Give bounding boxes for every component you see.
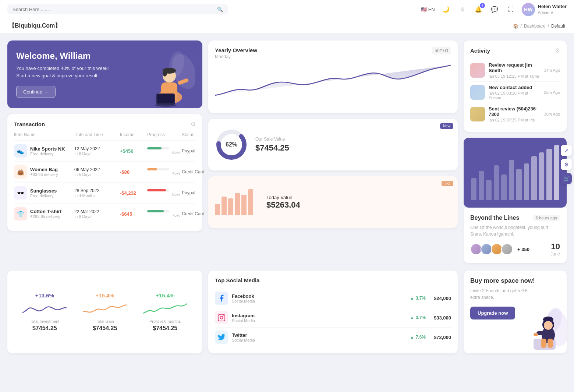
col-item-name: Item Name (14, 132, 73, 137)
big-chart-section: ⤢ ⚙ 🛒 Beyond the Lines 6 hours ago One O… (464, 138, 567, 263)
svg-rect-20 (541, 339, 546, 348)
facebook-icon (215, 292, 228, 305)
date-month: June (550, 251, 560, 257)
svg-rect-13 (218, 314, 225, 321)
subheader: 【Biqubiqu.Com】 🏠 / Dashboard / Default (0, 19, 574, 33)
svg-point-14 (220, 316, 223, 319)
social-row-twitter: Twitter Social Media ▲ 7.6% $72,000 (215, 328, 451, 347)
svg-rect-21 (548, 339, 553, 348)
breadcrumb-current: Default (551, 24, 565, 29)
stat-value-gain: $7454.25 (75, 325, 135, 332)
stat-value-profit: $7454.25 (135, 325, 195, 332)
activity-item-title: Sent review (504)236-7302 (489, 106, 541, 117)
chart-action-2[interactable]: ⚙ (561, 159, 572, 170)
stat-pct-profit: +15.4% (135, 292, 195, 299)
twitter-icon (215, 331, 228, 344)
lang-label: EN (428, 7, 435, 12)
col-date: Date and Time (74, 132, 118, 137)
item-icon: 🕶️ (14, 186, 27, 199)
stats-card: +13.6% Total Investment $7454.25 +15.4% … (7, 271, 202, 353)
yearly-progress: 50/100 (432, 47, 451, 54)
activity-item-sub: jan 02 19 03:10 PM at Fresno (489, 91, 541, 100)
activity-item-title: New contact added (489, 85, 541, 90)
buy-desc: Invite 2 Friends and get 5 GB extra spac… (470, 287, 536, 301)
left-column: Welcome, William You have completed 40% … (7, 40, 202, 263)
mid-column: Yearly Overview Monday 50/100 (208, 40, 458, 263)
svg-point-6 (163, 69, 167, 77)
transaction-settings-icon[interactable]: ⚙ (191, 121, 196, 128)
avatar-4 (501, 243, 513, 255)
table-row: 👕 Cotton T-shirt₹283.65 delivery 22 Mar … (14, 204, 196, 224)
item-name: Nike Sports NK (30, 146, 65, 152)
svg-rect-28 (534, 333, 538, 336)
right-column: Activity ⚙ Review request jim Smith jan … (464, 40, 567, 263)
welcome-subtitle: You have completed 40% of your this week… (16, 65, 112, 79)
flag-icon: 🇺🇸 (421, 7, 427, 12)
avatars-row: + 350 10 June (470, 242, 560, 257)
activity-item-sub: jan 03 19 12:25 PM at Tame (489, 74, 541, 78)
yearly-overview-card: Yearly Overview Monday 50/100 (208, 40, 458, 113)
stat-value-investment: $7454.25 (15, 325, 75, 332)
buy-illustration (522, 302, 567, 353)
activity-item: New contact added jan 02 19 03:10 PM at … (470, 82, 560, 103)
activity-settings-icon[interactable]: ⚙ (555, 47, 560, 54)
new-badge: New (440, 123, 453, 129)
welcome-illustration (136, 49, 195, 108)
language-selector[interactable]: 🇺🇸 EN (421, 7, 435, 12)
chart-action-1[interactable]: ⤢ (561, 145, 572, 156)
social-row-facebook: Facebook Social Media ▲ 3.7% $24,000 (215, 289, 451, 308)
expand-icon[interactable]: ⛶ (506, 4, 516, 15)
activity-title: Activity (470, 47, 490, 54)
user-name: Helen Walter (538, 4, 567, 10)
instagram-icon (215, 311, 228, 324)
user-menu[interactable]: HW Helen Walter Admin ∨ (522, 3, 567, 16)
svg-rect-9 (157, 94, 174, 103)
hot-badge: Hot (442, 181, 453, 186)
table-row: 👟 Nike Sports NKFree delivery 12 May 202… (14, 141, 196, 162)
notification-badge: 4 (480, 3, 485, 8)
svg-point-26 (544, 321, 553, 330)
beyond-desc: One Of the world,s brightest, young surf… (470, 224, 560, 237)
social-media-card: Top Social Media Facebook Social Media ▲… (208, 271, 458, 353)
search-bar[interactable]: 🔍 (7, 4, 228, 14)
dark-mode-toggle[interactable]: 🌙 (441, 4, 451, 15)
continue-button[interactable]: Continue → (16, 86, 56, 98)
activity-time: 30m Ago (544, 112, 560, 116)
item-icon: 👜 (14, 165, 27, 179)
bookmark-icon[interactable]: ☆ (457, 4, 467, 15)
notifications-icon[interactable]: 🔔 4 (473, 4, 483, 15)
donut-chart: 62% (215, 128, 248, 161)
svg-point-15 (223, 315, 224, 316)
svg-point-10 (155, 104, 177, 107)
chat-icon[interactable]: 💬 (489, 4, 500, 15)
plus-count: + 350 (517, 247, 529, 252)
nav-right: 🇺🇸 EN 🌙 ☆ 🔔 4 💬 ⛶ HW Helen Walter Admin … (421, 3, 567, 16)
user-role: Admin ∨ (538, 10, 567, 15)
cart-icon[interactable]: 🛒 (561, 173, 572, 184)
col-income: Income (120, 132, 146, 137)
upgrade-button[interactable]: Upgrade now (470, 307, 515, 319)
brand-title: 【Biqubiqu.Com】 (9, 22, 61, 30)
today-value-card: Hot Today Value $5263.04 (208, 176, 458, 228)
transaction-card: Transaction ⚙ Item Name Date and Time In… (7, 114, 202, 231)
date-number: 10 (550, 242, 560, 251)
stat-investment: +13.6% Total Investment $7454.25 (15, 292, 75, 332)
bottom-grid: +13.6% Total Investment $7454.25 +15.4% … (0, 271, 574, 361)
sale-value: $7454.25 (255, 143, 289, 153)
activity-thumb (470, 107, 485, 121)
buy-title: Buy more space now! (470, 277, 560, 285)
search-input[interactable] (13, 7, 214, 12)
stat-label-profit: Profit in 6 months (135, 319, 195, 324)
stat-pct-investment: +13.6% (15, 292, 75, 299)
sale-info: Our Sale Value $7454.25 (255, 137, 289, 153)
item-icon: 👟 (14, 144, 27, 158)
sale-value-card: New 62% Our Sale Value $7454.25 (208, 119, 458, 170)
avatar: HW (522, 3, 535, 16)
breadcrumb-dashboard[interactable]: Dashboard (524, 24, 546, 29)
stat-profit: +15.4% Profit in 6 months $7454.25 (135, 292, 195, 332)
yearly-title: Yearly Overview (215, 47, 257, 53)
user-info: Helen Walter Admin ∨ (538, 4, 567, 15)
breadcrumb: 🏠 / Dashboard / Default (513, 24, 565, 29)
date-badge: 10 June (550, 242, 560, 257)
search-icon: 🔍 (217, 7, 223, 12)
